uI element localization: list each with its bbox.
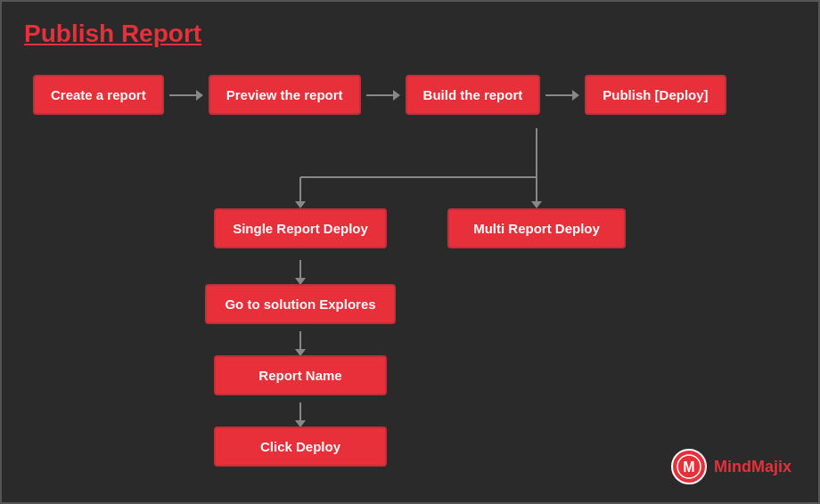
go-to-solution-box: Go to solution Explores	[205, 284, 396, 324]
logo-svg: M	[676, 454, 701, 479]
svg-marker-3	[295, 201, 306, 208]
multi-report-deploy-box: Multi Report Deploy	[447, 208, 626, 248]
svg-text:M: M	[683, 459, 694, 475]
arrow-2	[366, 90, 400, 101]
single-report-deploy-box: Single Report Deploy	[214, 208, 387, 248]
click-deploy-box: Click Deploy	[214, 427, 387, 467]
report-name-box: Report Name	[214, 355, 387, 395]
page-title: Publish Report	[24, 20, 796, 48]
logo-text: MindMajix	[714, 458, 791, 476]
build-report-box: Build the report	[406, 75, 541, 115]
create-report-box: Create a report	[33, 75, 164, 115]
top-flow: Create a report Preview the report Build…	[33, 75, 796, 115]
svg-marker-5	[531, 201, 542, 208]
arrow-1	[169, 90, 203, 101]
mindmajix-logo: M MindMajix	[671, 449, 791, 484]
logo-icon: M	[671, 449, 707, 484]
arrow-3	[545, 90, 579, 101]
publish-deploy-box: Publish [Deploy]	[585, 75, 726, 115]
preview-report-box: Preview the report	[209, 75, 361, 115]
connector-lines	[33, 128, 820, 467]
page-wrapper: Publish Report Create a report Preview t…	[0, 0, 820, 504]
branch-area: Single Report Deploy Go to solution Expl…	[33, 128, 796, 467]
